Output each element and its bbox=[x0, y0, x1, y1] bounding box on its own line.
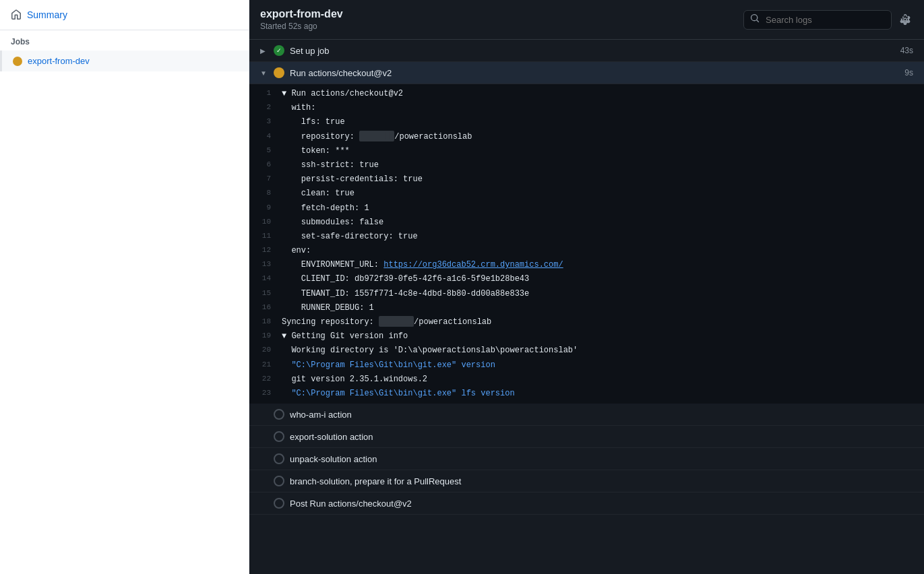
step-row-branch-solution[interactable]: branch-solution, prepare it for a PullRe… bbox=[249, 470, 924, 492]
log-line: 7 persist-credentials: true bbox=[249, 172, 924, 187]
settings-button[interactable] bbox=[897, 11, 913, 28]
log-line: 2 with: bbox=[249, 101, 924, 115]
step-row-export-solution[interactable]: export-solution action bbox=[249, 426, 924, 448]
header-info: export-from-dev Started 52s ago bbox=[260, 8, 343, 31]
step-status-pending-3 bbox=[274, 453, 284, 464]
step-row-checkout[interactable]: ▼ Run actions/checkout@v2 9s bbox=[249, 62, 924, 84]
search-icon bbox=[750, 13, 760, 26]
step-duration-setup: 43s bbox=[900, 46, 913, 55]
job-label: export-from-dev bbox=[28, 56, 90, 66]
step-duration-checkout: 9s bbox=[904, 68, 913, 77]
log-line: 21 "C:\Program Files\Git\bin\git.exe" ve… bbox=[249, 358, 924, 373]
log-line: 11 set-safe-directory: true bbox=[249, 230, 924, 244]
log-line: 18 Syncing repository: ████████/poweract… bbox=[249, 315, 924, 329]
log-line: 1 ▼ Run actions/checkout@v2 bbox=[249, 87, 924, 101]
home-icon bbox=[11, 9, 22, 20]
sidebar-summary-link[interactable]: Summary bbox=[0, 0, 249, 30]
log-line: 10 submodules: false bbox=[249, 216, 924, 230]
step-label-unpack-solution: unpack-solution action bbox=[290, 454, 913, 464]
redacted-value: ████████ bbox=[359, 131, 394, 141]
step-status-pending-4 bbox=[274, 476, 284, 486]
step-status-pending-2 bbox=[274, 431, 284, 442]
jobs-section-label: Jobs bbox=[0, 30, 249, 51]
log-line: 12 env: bbox=[249, 244, 924, 258]
step-label-export-solution: export-solution action bbox=[290, 432, 913, 442]
job-title: export-from-dev bbox=[260, 8, 343, 20]
main-panel: export-from-dev Started 52s ago ▶ bbox=[249, 0, 924, 574]
log-line: 6 ssh-strict: true bbox=[249, 158, 924, 172]
main-header: export-from-dev Started 52s ago bbox=[249, 0, 924, 40]
log-line: 3 lfs: true bbox=[249, 115, 924, 129]
checkmark-icon: ✓ bbox=[276, 47, 282, 54]
step-status-success: ✓ bbox=[274, 45, 284, 56]
log-line: 23 "C:\Program Files\Git\bin\git.exe" lf… bbox=[249, 387, 924, 401]
step-label-post-checkout: Post Run actions/checkout@v2 bbox=[290, 499, 913, 509]
step-row-post-checkout[interactable]: Post Run actions/checkout@v2 bbox=[249, 492, 924, 515]
log-line: 15 TENANT_ID: 1557f771-4c8e-4dbd-8b80-dd… bbox=[249, 287, 924, 301]
log-line: 20 Working directory is 'D:\a\poweractio… bbox=[249, 344, 924, 358]
search-wrapper bbox=[743, 10, 892, 30]
step-row-setup[interactable]: ▶ ✓ Set up job 43s bbox=[249, 40, 924, 62]
header-actions bbox=[743, 10, 913, 30]
step-status-pending-5 bbox=[274, 498, 284, 509]
gear-icon bbox=[900, 14, 911, 25]
step-label-who-am-i: who-am-i action bbox=[290, 410, 913, 420]
step-label-branch-solution: branch-solution, prepare it for a PullRe… bbox=[290, 476, 913, 486]
log-line: 19 ▼ Getting Git version info bbox=[249, 329, 924, 344]
step-label-setup: Set up job bbox=[290, 46, 895, 56]
step-row-who-am-i[interactable]: who-am-i action bbox=[249, 404, 924, 426]
log-line: 8 clean: true bbox=[249, 187, 924, 201]
log-line: 16 RUNNER_DEBUG: 1 bbox=[249, 301, 924, 315]
log-line: 9 fetch-depth: 1 bbox=[249, 201, 924, 216]
log-line: 14 CLIENT_ID: db972f39-0fe5-42f6-a1c6-5f… bbox=[249, 272, 924, 286]
log-line: 22 git version 2.35.1.windows.2 bbox=[249, 373, 924, 387]
sidebar: Summary Jobs export-from-dev bbox=[0, 0, 249, 574]
search-input[interactable] bbox=[743, 10, 892, 30]
redacted-value: ████████ bbox=[379, 316, 414, 327]
sidebar-summary-label: Summary bbox=[27, 9, 67, 20]
step-status-pending bbox=[274, 409, 284, 420]
chevron-down-icon: ▼ bbox=[260, 69, 268, 77]
log-line: 5 token: *** bbox=[249, 144, 924, 158]
job-status-spinner bbox=[13, 57, 22, 66]
log-line: 4 repository: ████████/poweractionslab bbox=[249, 130, 924, 144]
job-subtitle: Started 52s ago bbox=[260, 22, 343, 31]
chevron-right-icon: ▶ bbox=[260, 47, 268, 55]
log-content[interactable]: ▶ ✓ Set up job 43s ▼ Run actions/checkou… bbox=[249, 40, 924, 574]
log-line: 13 ENVIRONMENT_URL: https://org36dcab52.… bbox=[249, 258, 924, 272]
log-lines: 1 ▼ Run actions/checkout@v2 2 with: 3 lf… bbox=[249, 84, 924, 404]
sidebar-job-item[interactable]: export-from-dev bbox=[0, 51, 249, 71]
step-row-unpack-solution[interactable]: unpack-solution action bbox=[249, 448, 924, 470]
step-status-running bbox=[274, 67, 284, 78]
step-label-checkout: Run actions/checkout@v2 bbox=[290, 68, 899, 78]
